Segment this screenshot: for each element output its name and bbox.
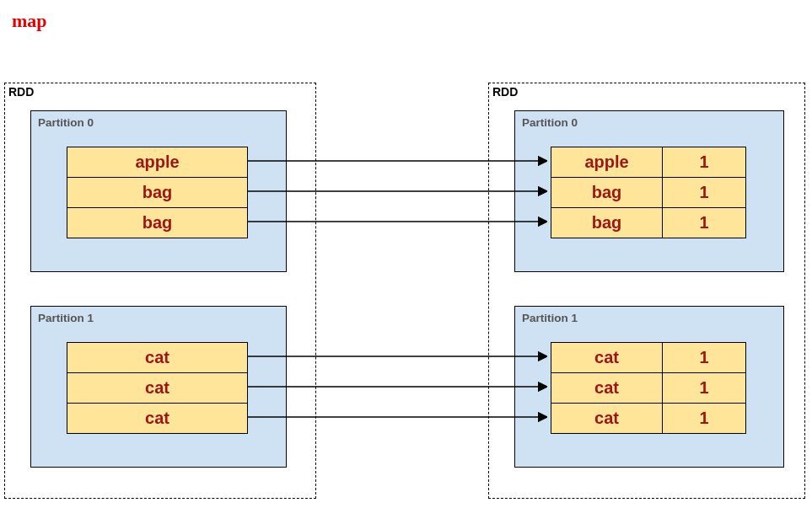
partition-right-0-label: Partition 0 bbox=[522, 116, 578, 129]
table-row: cat 1 bbox=[551, 343, 745, 373]
cell-value: 1 bbox=[663, 343, 745, 372]
table-row: cat bbox=[67, 343, 247, 373]
cell-word: bag bbox=[551, 208, 663, 238]
cell-word: cat bbox=[551, 343, 663, 372]
cell-value: 1 bbox=[663, 404, 745, 433]
cell-word: bag bbox=[67, 208, 247, 238]
table-row: apple bbox=[67, 147, 247, 178]
partition-right-1-label: Partition 1 bbox=[522, 312, 578, 324]
partition-left-0-rows: apple bag bag bbox=[67, 147, 248, 238]
rdd-left-container: RDD Partition 0 apple bag bag Partition … bbox=[4, 83, 316, 499]
table-row: bag 1 bbox=[551, 208, 745, 238]
partition-right-1: Partition 1 cat 1 cat 1 cat 1 bbox=[514, 306, 784, 468]
cell-word: cat bbox=[551, 373, 663, 403]
rdd-right-label: RDD bbox=[492, 85, 518, 99]
partition-right-0: Partition 0 apple 1 bag 1 bag 1 bbox=[514, 110, 784, 272]
diagram-title: map bbox=[12, 10, 47, 32]
partition-left-1-label: Partition 1 bbox=[38, 312, 94, 324]
table-row: cat bbox=[67, 404, 247, 434]
partition-right-0-rows: apple 1 bag 1 bag 1 bbox=[551, 147, 746, 238]
cell-value: 1 bbox=[663, 178, 745, 207]
partition-left-1-rows: cat cat cat bbox=[67, 342, 248, 434]
cell-word: cat bbox=[67, 343, 247, 372]
table-row: apple 1 bbox=[551, 147, 745, 178]
partition-left-0-label: Partition 0 bbox=[38, 116, 94, 129]
cell-word: apple bbox=[551, 147, 663, 177]
cell-word: apple bbox=[67, 147, 247, 177]
cell-value: 1 bbox=[663, 147, 745, 177]
table-row: bag 1 bbox=[551, 178, 745, 208]
partition-left-0: Partition 0 apple bag bag bbox=[30, 110, 287, 272]
cell-word: bag bbox=[67, 178, 247, 207]
table-row: cat 1 bbox=[551, 404, 745, 434]
rdd-right-container: RDD Partition 0 apple 1 bag 1 bag 1 Part… bbox=[488, 83, 805, 499]
cell-value: 1 bbox=[663, 373, 745, 403]
rdd-left-label: RDD bbox=[8, 85, 34, 99]
table-row: cat 1 bbox=[551, 373, 745, 404]
table-row: bag bbox=[67, 178, 247, 208]
cell-word: cat bbox=[67, 404, 247, 433]
cell-word: cat bbox=[67, 373, 247, 403]
table-row: cat bbox=[67, 373, 247, 404]
table-row: bag bbox=[67, 208, 247, 238]
partition-left-1: Partition 1 cat cat cat bbox=[30, 306, 287, 468]
cell-word: cat bbox=[551, 404, 663, 433]
cell-value: 1 bbox=[663, 208, 745, 238]
partition-right-1-rows: cat 1 cat 1 cat 1 bbox=[551, 342, 746, 434]
cell-word: bag bbox=[551, 178, 663, 207]
